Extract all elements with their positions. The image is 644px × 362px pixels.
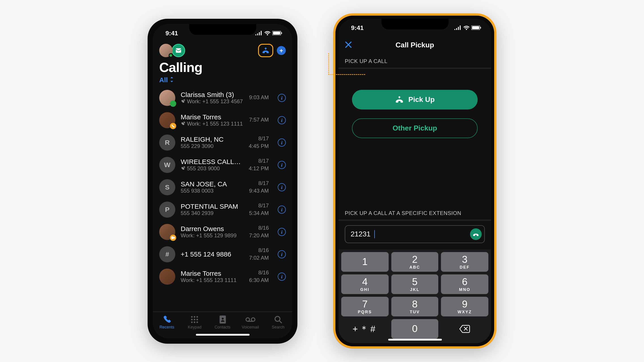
call-avatar: [159, 90, 175, 106]
call-main: Clarissa Smith (3) Work: +1 555 123 4567: [181, 91, 244, 105]
call-avatar: R: [159, 134, 175, 150]
close-button[interactable]: [345, 40, 352, 50]
call-row[interactable]: R RALEIGH, NC 555 229 3090 8/174:45 PM i: [153, 131, 292, 153]
call-row[interactable]: Marise Torres Work: +1 555 123 1111 8/16…: [153, 265, 292, 288]
key-letters: DEF: [460, 265, 470, 269]
tab-voicemail[interactable]: Voicemail: [236, 312, 264, 333]
key-1[interactable]: 1: [341, 252, 388, 272]
signal-icon: [255, 31, 262, 35]
call-name: RALEIGH, NC: [181, 135, 244, 143]
call-row[interactable]: S SAN JOSE, CA 555 938 0003 8/179:43 AM …: [153, 176, 292, 198]
call-row[interactable]: Clarissa Smith (3) Work: +1 555 123 4567…: [153, 86, 292, 109]
header-actions: +: [258, 43, 286, 57]
call-row[interactable]: # +1 555 124 9886 8/167:02 AM i: [153, 243, 292, 265]
call-sub: 555 229 3090: [181, 143, 244, 149]
call-info-button[interactable]: i: [278, 228, 286, 236]
key-letters: JKL: [410, 287, 420, 292]
key-8[interactable]: 8TUV: [391, 297, 438, 317]
contacts-icon: [218, 315, 228, 324]
tab-label: Voicemail: [242, 325, 259, 329]
call-sub: Work: +1 555 123 4567: [181, 98, 244, 105]
extension-value: 21231: [350, 230, 370, 238]
call-info-button[interactable]: i: [278, 183, 286, 191]
key-7[interactable]: 7PQRS: [341, 297, 388, 317]
key-letters: ABC: [410, 265, 420, 269]
plus-icon: +: [280, 47, 283, 54]
key-backspace[interactable]: [441, 319, 488, 339]
call-avatar: S: [159, 179, 175, 195]
key-letters: MNO: [459, 287, 470, 292]
key-4[interactable]: 4GHI: [341, 274, 388, 294]
call-pickup-button[interactable]: [258, 43, 273, 57]
call-sub: Work: +1 555 129 9899: [181, 232, 244, 239]
call-avatar: P: [159, 201, 175, 217]
other-pickup-button[interactable]: Other Pickup: [352, 118, 478, 138]
tab-keypad[interactable]: Keypad: [181, 312, 208, 333]
call-info-button[interactable]: i: [278, 161, 286, 169]
home-indicator: [196, 334, 249, 336]
call-info-button[interactable]: i: [278, 94, 286, 102]
call-row[interactable]: Marise Torres Work: +1 555 123 1111 7:57…: [153, 109, 292, 131]
recents-icon: [162, 315, 172, 324]
page-title: Calling: [153, 57, 292, 76]
phone-icon: [473, 232, 479, 237]
key-0[interactable]: 0: [391, 319, 438, 339]
key-5[interactable]: 5JKL: [391, 274, 438, 294]
key-9[interactable]: 9WXYZ: [441, 297, 488, 317]
pick-up-button[interactable]: Pick Up: [352, 90, 478, 109]
filter-row: All: [153, 76, 292, 86]
other-pickup-label: Other Pickup: [392, 124, 437, 132]
phone-right: 9:41 Call Pickup PICK UP A CALL Pick U: [333, 13, 496, 349]
svg-rect-4: [171, 236, 174, 239]
filter-all[interactable]: All: [159, 76, 174, 83]
key-letters: WXYZ: [458, 310, 472, 314]
message-button[interactable]: [172, 43, 185, 57]
call-row[interactable]: P POTENTIAL SPAM 555 340 2939 8/175:34 A…: [153, 198, 292, 221]
wifi-icon: [264, 31, 270, 35]
call-name: Marise Torres: [181, 270, 244, 277]
svg-point-8: [191, 319, 193, 320]
call-row[interactable]: Darren Owens Work: +1 555 129 9899 8/167…: [153, 221, 292, 243]
call-info-button[interactable]: i: [278, 205, 286, 213]
call-info-button[interactable]: i: [278, 272, 286, 281]
key-digit: 8: [412, 299, 418, 309]
key-letters: TUV: [410, 310, 420, 314]
pick-up-label: Pick Up: [408, 95, 434, 103]
call-row[interactable]: W WIRELESS CALLER (2) 555 203 9000 8/174…: [153, 153, 292, 176]
dial-extension-button[interactable]: [470, 228, 482, 240]
tab-label: Keypad: [188, 325, 202, 329]
calling-header-row: +: [153, 42, 292, 57]
call-info-button[interactable]: i: [278, 116, 286, 124]
key-digit: 2: [412, 255, 418, 264]
svg-point-5: [191, 316, 193, 318]
svg-rect-20: [472, 26, 479, 29]
call-sub: 555 938 0003: [181, 188, 244, 194]
key-digit: 0: [412, 324, 418, 334]
key-3[interactable]: 3DEF: [441, 252, 488, 272]
tab-search[interactable]: Search: [264, 312, 292, 333]
tab-contacts[interactable]: Contacts: [209, 312, 236, 333]
section-specific-extension: PICK UP A CALL AT A SPECIFIC EXTENSION: [338, 205, 491, 220]
add-button[interactable]: +: [277, 46, 286, 55]
svg-rect-21: [480, 27, 481, 28]
key-6[interactable]: 6MNO: [441, 274, 488, 294]
numeric-keypad: 12ABC3DEF4GHI5JKL6MNO7PQRS8TUV9WXYZ+＊#0: [338, 249, 491, 343]
screen-call-pickup: 9:41 Call Pickup PICK UP A CALL Pick U: [338, 19, 491, 343]
key-2[interactable]: 2ABC: [391, 252, 438, 272]
call-meta: 8/167:02 AM: [249, 247, 269, 261]
extension-input[interactable]: 21231: [345, 225, 485, 243]
key-letters: PQRS: [358, 310, 372, 314]
call-info-button[interactable]: i: [278, 250, 286, 258]
key-symbols[interactable]: +＊#: [341, 319, 388, 339]
profile-avatar-stack[interactable]: [159, 43, 185, 57]
call-meta: 9:03 AM: [249, 94, 269, 101]
call-list[interactable]: Clarissa Smith (3) Work: +1 555 123 4567…: [153, 86, 292, 311]
call-sub: Work: +1 555 123 1111: [181, 277, 244, 283]
call-avatar: [159, 112, 175, 128]
call-info-button[interactable]: i: [278, 138, 286, 146]
key-digit: 9: [462, 299, 468, 309]
chevron-updown-icon: [170, 77, 174, 82]
call-name: +1 555 124 9886: [181, 250, 244, 258]
self-avatar[interactable]: [159, 43, 173, 57]
tab-recents[interactable]: Recents: [153, 312, 181, 333]
